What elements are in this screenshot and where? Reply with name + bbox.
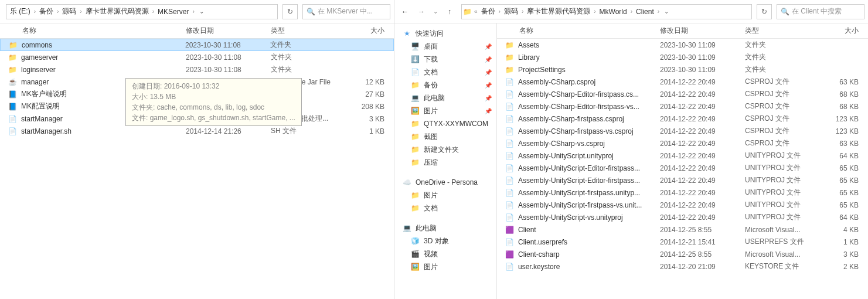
left-explorer-pane: 乐 (E:)›备份›源码›摩卡世界源代码资源›MKServer›⌄ ↻ 🔍 在 … bbox=[0, 0, 394, 299]
this-pc-group[interactable]: 💻此电脑 bbox=[394, 222, 496, 235]
nav-item[interactable]: 📁图片 bbox=[394, 189, 496, 202]
file-size: 63 KB bbox=[827, 78, 868, 86]
file-row[interactable]: 📁Assets2023-10-30 11:09文件夹 bbox=[497, 39, 868, 51]
col-date-header[interactable]: 修改日期 bbox=[186, 26, 271, 36]
onedrive-group[interactable]: ☁️OneDrive - Persona bbox=[394, 176, 496, 189]
file-row[interactable]: 📄startManager.sh2014-12-14 21:26SH 文件1 K… bbox=[0, 125, 394, 137]
file-row[interactable]: 📁loginserver2023-10-30 11:08文件夹 bbox=[0, 63, 394, 76]
file-size: 123 KB bbox=[827, 115, 868, 123]
breadcrumb-segment[interactable]: MKServer bbox=[155, 6, 191, 17]
right-column-header: 名称 修改日期 类型 大小 bbox=[497, 23, 868, 39]
sln-icon: 🟪 bbox=[504, 250, 515, 259]
nav-item[interactable]: 📁压缩 bbox=[394, 156, 496, 169]
file-type: CSPROJ 文件 bbox=[745, 138, 827, 148]
forward-button[interactable]: → bbox=[414, 5, 428, 19]
nav-label: 3D 对象 bbox=[424, 236, 449, 246]
file-date: 2023-10-30 11:08 bbox=[186, 66, 271, 74]
nav-item[interactable]: 📁QTYX-XXYMWCOM bbox=[394, 117, 496, 130]
file-row[interactable]: 📄Assembly-UnityScript-Editor-firstpass..… bbox=[497, 174, 868, 186]
nav-item[interactable]: 📁新建文件夹 bbox=[394, 143, 496, 156]
col-size-header[interactable]: 大小 bbox=[827, 26, 868, 36]
breadcrumb-segment[interactable]: 摩卡世界源代码资源 bbox=[83, 5, 151, 18]
refresh-button[interactable]: ↻ bbox=[282, 4, 298, 19]
left-search-box[interactable]: 🔍 在 MKServer 中... bbox=[302, 4, 390, 19]
file-row[interactable]: 📄Assembly-CSharp-firstpass-vs.csproj2014… bbox=[497, 125, 868, 137]
file-icon: 📄 bbox=[504, 237, 515, 247]
nav-item[interactable]: 📁截图 bbox=[394, 130, 496, 143]
nav-item[interactable]: 🖼️图片📌 bbox=[394, 104, 496, 117]
chevron-down-icon[interactable]: ⌄ bbox=[661, 8, 672, 15]
refresh-button[interactable]: ↻ bbox=[757, 4, 772, 19]
nav-item[interactable]: 💻此电脑📌 bbox=[394, 91, 496, 104]
col-name-header[interactable]: 名称 bbox=[0, 26, 186, 36]
up-button[interactable]: ↑ bbox=[442, 5, 457, 19]
folder-icon: 📁 bbox=[504, 53, 515, 62]
file-size: 65 KB bbox=[827, 189, 868, 197]
nav-item[interactable]: 🧊3D 对象 bbox=[394, 235, 496, 247]
history-dropdown[interactable]: ⌄ bbox=[431, 8, 440, 15]
breadcrumb-segment[interactable]: MkWorld bbox=[597, 6, 629, 17]
right-search-box[interactable]: 🔍 在 Client 中搜索 bbox=[777, 4, 864, 19]
col-name-header[interactable]: 名称 bbox=[497, 26, 660, 36]
back-button[interactable]: ← bbox=[398, 5, 412, 19]
breadcrumb-segment[interactable]: 源码 bbox=[502, 5, 520, 18]
doc2-icon: 📄 bbox=[410, 67, 420, 77]
file-row[interactable]: 📄Assembly-UnityScript-firstpass.unityp..… bbox=[497, 186, 868, 199]
quick-access-group[interactable]: ★快速访问 bbox=[394, 27, 496, 40]
folder-tooltip: 创建日期: 2016-09-10 13:32 大小: 13.5 MB 文件夹: … bbox=[125, 78, 302, 126]
col-type-header[interactable]: 类型 bbox=[745, 26, 827, 36]
file-row[interactable]: 📄user.keystore2014-12-20 21:09KEYSTORE 文… bbox=[497, 260, 868, 273]
chevron-down-icon[interactable]: ⌄ bbox=[196, 8, 207, 15]
file-row[interactable]: 📄Assembly-UnityScript-vs.unityproj2014-1… bbox=[497, 211, 868, 223]
file-row[interactable]: 🟪Client-csharp2014-12-25 8:55Microsoft V… bbox=[497, 248, 868, 260]
file-row[interactable]: 📁commons2023-10-30 11:08文件夹 bbox=[0, 39, 394, 51]
col-type-header[interactable]: 类型 bbox=[271, 26, 353, 36]
file-row[interactable]: 📁gameserver2023-10-30 11:08文件夹 bbox=[0, 51, 394, 63]
col-size-header[interactable]: 大小 bbox=[353, 26, 394, 36]
nav-item[interactable]: 📁文档 bbox=[394, 202, 496, 215]
breadcrumb-segment[interactable]: 备份 bbox=[479, 5, 498, 18]
nav-item[interactable]: 🎬视频 bbox=[394, 247, 496, 260]
breadcrumb-segment[interactable]: Client bbox=[634, 6, 656, 17]
file-icon: 📄 bbox=[504, 127, 515, 136]
file-row[interactable]: 📄Assembly-UnityScript-firstpass-vs.unit.… bbox=[497, 199, 868, 211]
file-size: 64 KB bbox=[827, 152, 868, 160]
file-size: 3 KB bbox=[353, 115, 394, 123]
nav-label: 新建文件夹 bbox=[424, 145, 459, 155]
file-row[interactable]: 📁Library2023-10-30 11:09文件夹 bbox=[497, 51, 868, 63]
file-row[interactable]: 📄Assembly-CSharp-firstpass.csproj2014-12… bbox=[497, 113, 868, 125]
left-breadcrumb[interactable]: 乐 (E:)›备份›源码›摩卡世界源代码资源›MKServer›⌄ bbox=[6, 4, 278, 19]
file-row[interactable]: 📄Assembly-CSharp-Editor-firstpass.cs...2… bbox=[497, 88, 868, 100]
file-row[interactable]: 📄Assembly-CSharp.csproj2014-12-22 20:49C… bbox=[497, 76, 868, 88]
folder-icon: 📁 bbox=[463, 8, 472, 16]
file-row[interactable]: 🟪Client2014-12-25 8:55Microsoft Visual..… bbox=[497, 223, 868, 236]
chevron-right-icon: › bbox=[56, 8, 60, 15]
search-icon: 🔍 bbox=[307, 8, 315, 16]
file-date: 2014-12-22 20:49 bbox=[660, 213, 745, 222]
file-date: 2014-12-22 20:49 bbox=[660, 176, 745, 185]
folder-icon: 📁 bbox=[410, 145, 420, 154]
nav-item[interactable]: ⬇️下载📌 bbox=[394, 53, 496, 66]
breadcrumb-segment[interactable]: 源码 bbox=[60, 5, 79, 18]
breadcrumb-segment[interactable]: 备份 bbox=[37, 5, 56, 18]
breadcrumb-segment[interactable]: 摩卡世界源代码资源 bbox=[525, 5, 593, 18]
file-row[interactable]: 📁ProjectSettings2023-10-30 11:09文件夹 bbox=[497, 63, 868, 76]
file-type: UNITYPROJ 文件 bbox=[745, 188, 827, 198]
file-row[interactable]: 📄Assembly-CSharp-Editor-firstpass-vs...2… bbox=[497, 100, 868, 113]
folder-icon: 📁 bbox=[410, 132, 420, 141]
breadcrumb-segment[interactable]: 乐 (E:) bbox=[8, 5, 33, 18]
nav-item[interactable]: 🖥️桌面📌 bbox=[394, 40, 496, 53]
nav-item[interactable]: 📁备份📌 bbox=[394, 79, 496, 91]
file-name: Client bbox=[518, 226, 660, 234]
file-row[interactable]: 📄Client.userprefs2014-12-21 15:41USERPRE… bbox=[497, 236, 868, 248]
file-row[interactable]: 📄Assembly-CSharp-vs.csproj2014-12-22 20:… bbox=[497, 137, 868, 150]
file-name: Assembly-UnityScript-firstpass.unityp... bbox=[518, 189, 660, 197]
right-breadcrumb[interactable]: 📁 « 备份›源码›摩卡世界源代码资源›MkWorld›Client›⌄ bbox=[461, 4, 752, 19]
file-date: 2023-10-30 11:08 bbox=[185, 41, 270, 49]
file-type: 文件夹 bbox=[745, 52, 827, 62]
file-row[interactable]: 📄Assembly-UnityScript-Editor-firstpass..… bbox=[497, 162, 868, 174]
nav-item[interactable]: 🖼️图片 bbox=[394, 260, 496, 273]
col-date-header[interactable]: 修改日期 bbox=[660, 26, 745, 36]
nav-item[interactable]: 📄文档📌 bbox=[394, 66, 496, 79]
file-row[interactable]: 📄Assembly-UnityScript.unityproj2014-12-2… bbox=[497, 150, 868, 162]
